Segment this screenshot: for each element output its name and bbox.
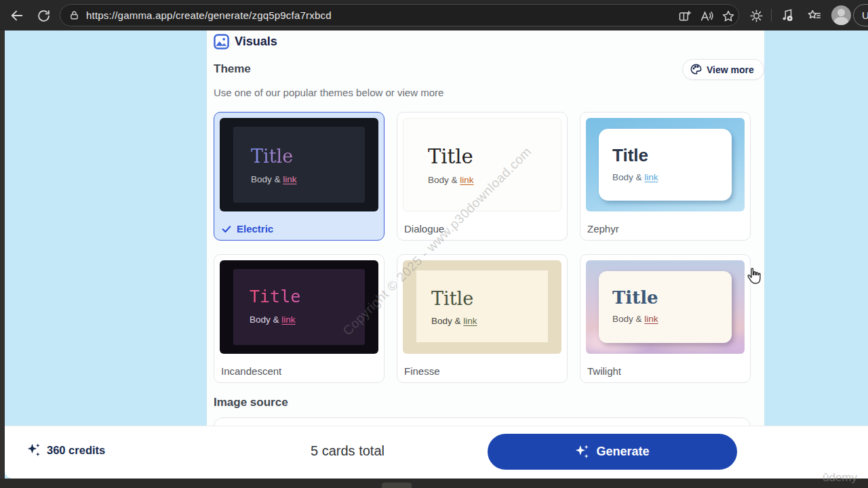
media-hub-button[interactable]	[777, 5, 797, 26]
preview-link: link	[644, 172, 658, 182]
theme-name: Twilight	[587, 365, 621, 377]
music-play-icon	[780, 8, 795, 23]
preview-link: link	[460, 175, 473, 185]
theme-preview-zephyr: Title Body & link	[586, 118, 745, 211]
avatar-head	[837, 9, 845, 16]
preview-link: link	[281, 314, 295, 325]
lock-icon	[68, 9, 80, 21]
read-aloud-button[interactable]	[699, 9, 714, 24]
cards-total-text: 5 cards total	[311, 443, 384, 459]
preview-title: Title	[251, 146, 365, 167]
theme-subtitle: Use one of our popular themes below or v…	[214, 87, 443, 98]
check-icon	[221, 224, 232, 235]
preview-title: Title	[428, 145, 474, 168]
preview-title: Title	[612, 145, 732, 166]
visuals-header: Visuals	[214, 34, 277, 49]
theme-card-dialogue[interactable]: Title Body & link Dialogue	[397, 112, 568, 241]
toolbar-divider	[771, 9, 772, 22]
theme-preview-twilight: Title Body & link	[586, 260, 745, 354]
preview-title: Title	[431, 288, 548, 309]
theme-preview-dialogue: Title Body & link	[403, 118, 561, 211]
url-text: https://gamma.app/create/generate/zgq5p9…	[86, 9, 332, 21]
preview-link: link	[463, 316, 477, 326]
address-bar[interactable]: https://gamma.app/create/generate/zgq5p9…	[60, 4, 739, 26]
partial-pill-text: U	[862, 9, 868, 21]
preview-title: Title	[250, 287, 365, 306]
browser-essentials-button[interactable]	[746, 5, 766, 26]
credits-badge[interactable]: 360 credits	[27, 443, 105, 458]
theme-preview-slide: Title Body & link	[233, 269, 365, 345]
theme-card-finesse[interactable]: Title Body & link Finesse	[397, 254, 568, 383]
read-aloud-icon	[700, 9, 713, 23]
refresh-button[interactable]	[33, 5, 54, 26]
split-screen-button[interactable]	[677, 9, 692, 24]
back-button[interactable]	[7, 5, 27, 26]
screen: https://gamma.app/create/generate/zgq5p9…	[0, 0, 868, 488]
theme-card-electric[interactable]: Title Body & link Electric	[214, 112, 384, 241]
view-more-button[interactable]: View more	[682, 59, 764, 80]
preview-link: link	[644, 314, 658, 324]
profile-avatar[interactable]	[831, 5, 851, 25]
split-screen-icon	[678, 9, 692, 23]
footer-bar: 360 credits 5 cards total Generate	[5, 426, 868, 479]
image-source-label: Image source	[214, 396, 288, 409]
partial-edge-pill[interactable]: U	[853, 4, 868, 26]
theme-card-zephyr[interactable]: Title Body & link Zephyr	[580, 112, 751, 241]
theme-name: Zephyr	[587, 223, 619, 235]
preview-body: Body & link	[431, 316, 548, 326]
generate-button[interactable]: Generate	[488, 434, 737, 470]
sparkle-icon	[575, 444, 589, 460]
theme-name: Incandescent	[221, 365, 281, 377]
favorite-button[interactable]	[721, 9, 736, 24]
preview-title: Title	[612, 287, 732, 308]
theme-name: Finesse	[404, 365, 440, 377]
view-more-label: View more	[707, 64, 754, 75]
theme-card-twilight[interactable]: Title Body & link Twilight	[580, 254, 751, 383]
theme-preview-finesse: Title Body & link	[403, 260, 561, 354]
preview-body: Body & link	[250, 314, 365, 325]
theme-label: Theme	[214, 62, 251, 76]
theme-preview-slide: Title Body & link	[417, 127, 474, 185]
collections-star-icon	[807, 8, 822, 23]
image-icon	[214, 34, 229, 49]
preview-body: Body & link	[251, 174, 365, 184]
credits-text: 360 credits	[47, 444, 105, 457]
window-left-edge	[0, 30, 5, 479]
theme-preview-electric: Title Body & link	[220, 118, 378, 211]
theme-preview-slide: Title Body & link	[599, 271, 732, 343]
favorite-star-icon	[722, 9, 735, 23]
collections-button[interactable]	[804, 5, 825, 26]
refresh-icon	[37, 9, 51, 23]
preview-body: Body & link	[612, 172, 732, 182]
palette-icon	[690, 63, 703, 76]
browser-toolbar: https://gamma.app/create/generate/zgq5p9…	[0, 0, 868, 30]
avatar-torso	[834, 17, 848, 25]
bottom-strip	[0, 479, 868, 488]
theme-preview-slide: Title Body & link	[416, 270, 548, 342]
theme-preview-slide: Title Body & link	[599, 129, 732, 201]
theme-name: Dialogue	[404, 223, 444, 235]
sparkle-icon	[27, 443, 41, 458]
page-title: Visuals	[235, 35, 277, 49]
back-icon	[9, 8, 24, 23]
theme-name: Electric	[221, 223, 273, 235]
gear-icon	[749, 9, 764, 23]
generate-label: Generate	[596, 445, 649, 459]
preview-body: Body & link	[428, 175, 474, 185]
bottom-strip-notch	[382, 483, 412, 488]
theme-card-incandescent[interactable]: Title Body & link Incandescent	[214, 254, 384, 383]
preview-body: Body & link	[612, 314, 732, 324]
theme-preview-slide: Title Body & link	[233, 127, 365, 203]
theme-preview-incandescent: Title Body & link	[220, 260, 378, 354]
preview-link: link	[283, 174, 296, 184]
